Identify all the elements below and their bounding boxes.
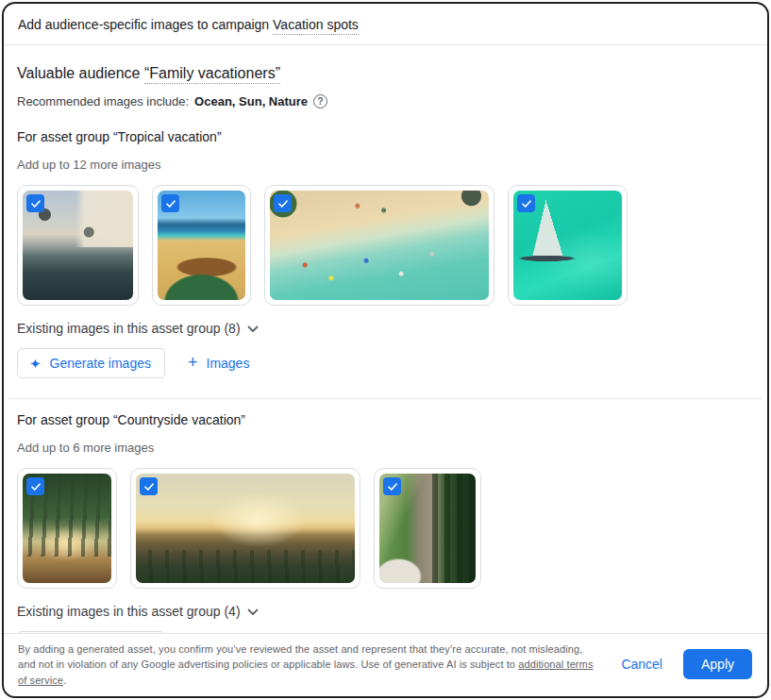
chevron-down-icon	[247, 604, 259, 619]
section-divider	[9, 398, 762, 399]
audience-title: Valuable audience “Family vacationers”	[17, 65, 754, 82]
section-heading: For asset group “Countryside vacation”	[17, 412, 754, 427]
chevron-down-icon	[247, 321, 259, 336]
asset-group-section-tropical: For asset group “Tropical vacation” Add …	[17, 129, 754, 378]
campaign-name-link[interactable]: Vacation spots	[273, 17, 359, 35]
audience-name-link[interactable]: “Family vacationers”	[144, 65, 280, 84]
section-heading: For asset group “Tropical vacation”	[17, 129, 754, 144]
thumbnail-sailboat[interactable]	[513, 191, 622, 300]
add-images-dialog: Add audience-specific images to campaign…	[2, 2, 769, 698]
sparkle-icon: ✦	[29, 357, 42, 371]
dialog-body: Valuable audience “Family vacationers” R…	[4, 45, 767, 633]
checkbox-checked-icon[interactable]	[26, 477, 44, 495]
thumbnail-beach-agave[interactable]	[158, 191, 245, 300]
checkbox-checked-icon[interactable]	[140, 477, 158, 495]
generate-images-button[interactable]: ✦ Generate images	[17, 348, 165, 378]
checkbox-checked-icon[interactable]	[274, 194, 292, 212]
dialog-title: Add audience-specific images to campaign	[18, 17, 269, 32]
disclaimer-suffix: .	[63, 675, 66, 686]
checkbox-checked-icon[interactable]	[517, 194, 535, 212]
thumbnail-row	[17, 468, 754, 589]
apply-button[interactable]: Apply	[683, 649, 752, 679]
audience-label: Valuable audience	[17, 65, 140, 81]
recommended-line: Recommended images include: Ocean, Sun, …	[17, 94, 754, 108]
checkbox-checked-icon[interactable]	[383, 477, 401, 495]
add-images-button[interactable]: + Images	[188, 356, 249, 371]
plus-icon: +	[188, 354, 198, 371]
existing-images-expander[interactable]: Existing images in this asset group (8)	[17, 321, 259, 336]
recommended-tags: Ocean, Sun, Nature	[194, 94, 308, 108]
existing-images-expander[interactable]: Existing images in this asset group (4)	[17, 604, 259, 619]
image-card-resort-pool[interactable]	[17, 185, 139, 306]
image-card-forest-path[interactable]	[17, 468, 117, 589]
recommended-prefix: Recommended images include:	[17, 94, 189, 108]
section-subheading: Add up to 6 more images	[17, 441, 754, 455]
thumbnail-forest-path[interactable]	[23, 474, 111, 583]
existing-images-label: Existing images in this asset group (8)	[17, 321, 241, 336]
image-card-aerial-beach[interactable]	[264, 185, 494, 306]
thumbnail-resort-pool[interactable]	[23, 191, 133, 300]
image-card-sailboat[interactable]	[508, 185, 628, 306]
checkbox-checked-icon[interactable]	[161, 194, 179, 212]
generate-images-label: Generate images	[50, 356, 151, 371]
actions-row: ✦ Generate images + Images	[17, 348, 754, 378]
dialog-header: Add audience-specific images to campaign…	[4, 4, 767, 45]
add-images-label: Images	[207, 356, 250, 371]
disclaimer-body: By adding a generated asset, you confirm…	[18, 643, 582, 671]
image-card-beach-agave[interactable]	[152, 185, 251, 306]
image-card-cypress-trail[interactable]	[374, 468, 481, 589]
asset-group-section-countryside: For asset group “Countryside vacation” A…	[17, 412, 754, 633]
help-icon[interactable]: ?	[313, 94, 327, 108]
thumbnail-row	[17, 185, 754, 306]
thumbnail-sunset-hills[interactable]	[136, 474, 355, 583]
cancel-button[interactable]: Cancel	[612, 650, 672, 678]
thumbnail-cypress-trail[interactable]	[379, 474, 476, 583]
image-card-sunset-hills[interactable]	[130, 468, 360, 589]
disclaimer-text: By adding a generated asset, you confirm…	[18, 642, 598, 689]
dialog-footer: By adding a generated asset, you confirm…	[4, 633, 767, 697]
checkbox-checked-icon[interactable]	[26, 194, 44, 212]
existing-images-label: Existing images in this asset group (4)	[17, 604, 241, 619]
section-subheading: Add up to 12 more images	[17, 158, 754, 172]
thumbnail-aerial-beach[interactable]	[270, 191, 489, 300]
footer-actions: Cancel Apply	[612, 649, 752, 679]
